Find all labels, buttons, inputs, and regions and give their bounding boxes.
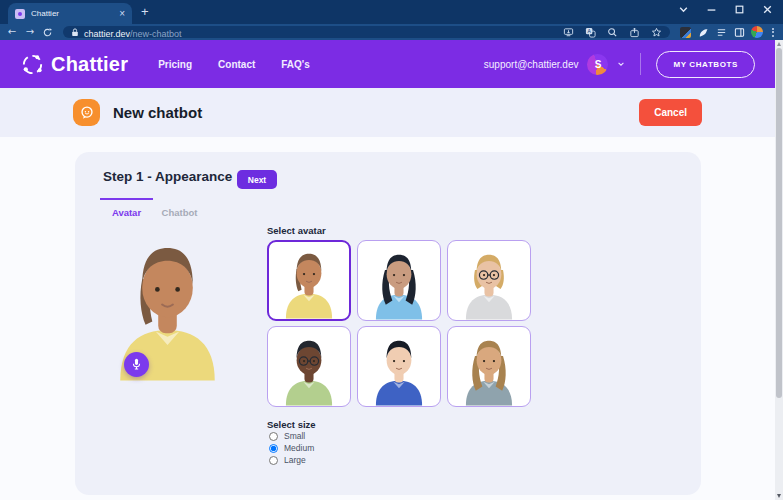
browser-window: Chattier × + ← → chattier.dev/new-chatbo…	[0, 0, 783, 500]
size-radio-small[interactable]	[269, 432, 278, 441]
size-radio-label: Medium	[284, 443, 314, 453]
nav-pricing[interactable]: Pricing	[158, 59, 192, 70]
avatar-preview	[100, 232, 235, 402]
url-domain: chattier.dev/new-chatbot	[84, 23, 182, 41]
account-avatar[interactable]: S	[587, 54, 608, 75]
reload-icon[interactable]	[42, 27, 53, 38]
chatbot-badge-icon	[73, 99, 100, 126]
tab-chatbot[interactable]: Chatbot	[153, 198, 206, 218]
avatar-option-man-long-sandy-hair-gray-shirt[interactable]	[447, 326, 531, 407]
select-avatar-label: Select avatar	[267, 225, 326, 236]
scrollbar-down-arrow-icon[interactable]	[777, 494, 781, 498]
tab-title: Chattier	[31, 9, 113, 18]
back-icon[interactable]: ←	[6, 27, 18, 37]
browser-tab[interactable]: Chattier ×	[8, 3, 132, 24]
window-menu-chevron-icon[interactable]	[678, 4, 689, 15]
title-band: New chatbot Cancel	[0, 88, 775, 137]
app-header: Chattier Pricing Contact FAQ's support@c…	[0, 40, 775, 88]
size-radio-large[interactable]	[269, 456, 278, 465]
tab-close-icon[interactable]: ×	[119, 9, 125, 19]
size-radio-label: Large	[284, 455, 306, 465]
account-chevron-down-icon[interactable]	[617, 60, 625, 68]
avatar-option-man-dark-skin-glasses-green-shirt[interactable]	[267, 326, 351, 407]
window-maximize-icon[interactable]	[734, 4, 745, 15]
new-tab-button[interactable]: +	[141, 5, 149, 19]
share-icon[interactable]	[629, 27, 640, 38]
wizard-tabs: Avatar Chatbot	[100, 198, 206, 218]
page-title: New chatbot	[113, 104, 202, 121]
scrollbar-thumb[interactable]	[776, 48, 782, 398]
page-viewport: Chattier Pricing Contact FAQ's support@c…	[0, 40, 775, 500]
size-option-large[interactable]: Large	[269, 455, 314, 465]
side-panel-icon[interactable]	[734, 27, 745, 38]
size-radio-label: Small	[284, 431, 305, 441]
nav-faqs[interactable]: FAQ's	[281, 59, 310, 70]
avatar-option-man-black-hair-blue-shirt[interactable]	[357, 326, 441, 407]
tab-favicon-icon	[15, 9, 25, 19]
nav-contact[interactable]: Contact	[218, 59, 255, 70]
step-title: Step 1 - Appearance	[103, 169, 232, 184]
select-size-label: Select size	[267, 419, 316, 430]
browser-toolbar: ← → chattier.dev/new-chatbot A	[0, 24, 783, 40]
bookmark-star-icon[interactable]	[651, 27, 662, 38]
window-minimize-icon[interactable]	[706, 4, 717, 15]
extension-bird-icon[interactable]	[698, 27, 709, 38]
account-email: support@chattier.dev	[484, 59, 579, 70]
scrollbar-up-arrow-icon[interactable]	[777, 42, 781, 46]
header-divider	[640, 53, 641, 75]
body-area: Step 1 - Appearance Next Avatar Chatbot …	[0, 152, 775, 500]
page-scrollbar[interactable]	[775, 40, 783, 500]
chattier-logo-icon[interactable]	[20, 52, 45, 77]
translate-icon[interactable]: A	[585, 27, 596, 38]
browser-menu-kebab-icon[interactable]	[769, 28, 777, 37]
forward-icon[interactable]: →	[24, 27, 36, 37]
extension-screenshot-icon[interactable]	[680, 27, 691, 38]
brand-name[interactable]: Chattier	[51, 53, 128, 76]
microphone-button[interactable]	[124, 352, 149, 377]
next-button[interactable]: Next	[237, 170, 277, 189]
avatar-option-woman-blonde-bob-glasses-white-shirt[interactable]	[447, 240, 531, 321]
main-nav: Pricing Contact FAQ's	[158, 59, 310, 70]
wizard-card: Step 1 - Appearance Next Avatar Chatbot …	[75, 152, 701, 495]
avatar-option-woman-braids-yellow-shirt[interactable]	[267, 240, 351, 321]
window-close-icon[interactable]	[762, 4, 773, 15]
size-option-medium[interactable]: Medium	[269, 443, 314, 453]
my-chatbots-button[interactable]: MY CHATBOTS	[656, 51, 755, 78]
avatar-option-woman-long-black-hair-blue-shirt[interactable]	[357, 240, 441, 321]
lock-icon	[71, 28, 79, 37]
reading-list-icon[interactable]	[716, 27, 727, 38]
address-bar[interactable]: chattier.dev/new-chatbot A	[63, 26, 670, 38]
avatar-grid	[267, 240, 531, 407]
browser-profile-avatar[interactable]	[751, 26, 763, 38]
size-option-small[interactable]: Small	[269, 431, 314, 441]
tab-avatar[interactable]: Avatar	[100, 198, 153, 218]
tab-strip: Chattier × +	[0, 0, 783, 24]
size-options: SmallMediumLarge	[269, 431, 314, 465]
cancel-button[interactable]: Cancel	[639, 99, 702, 126]
size-radio-medium[interactable]	[269, 444, 278, 453]
install-app-icon[interactable]	[563, 27, 574, 38]
zoom-icon[interactable]	[607, 27, 618, 38]
